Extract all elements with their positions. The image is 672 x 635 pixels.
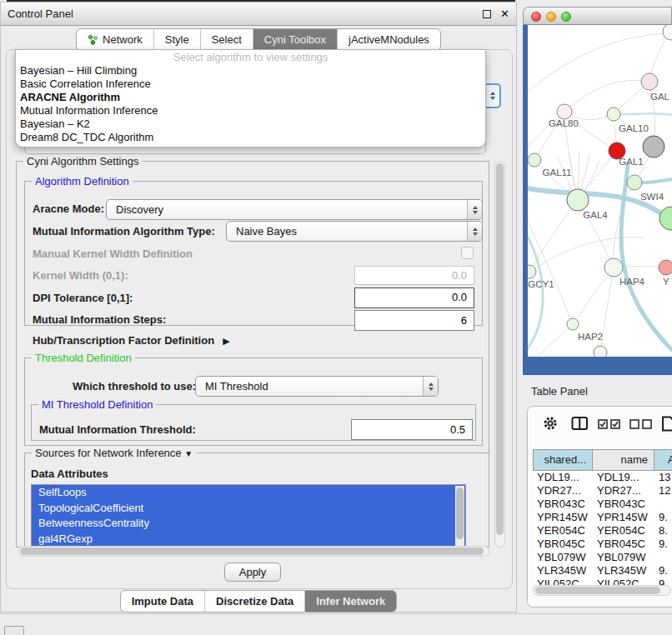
- cell: YLR345W: [593, 564, 654, 578]
- table-row[interactable]: YLR345WYLR345W9.: [533, 564, 672, 578]
- gear-icon[interactable]: [543, 416, 558, 431]
- node-gal80[interactable]: [557, 104, 572, 119]
- table-row[interactable]: YBR043CYBR043C: [533, 498, 672, 511]
- node-swi4[interactable]: [627, 175, 642, 190]
- cell: [654, 498, 672, 511]
- tab-network[interactable]: Network: [77, 29, 153, 50]
- cell: 13: [654, 471, 672, 484]
- tab-style[interactable]: Style: [153, 29, 200, 50]
- cell: 8.: [654, 524, 672, 538]
- sources-legend[interactable]: Sources for Network Inference ▼: [32, 447, 196, 460]
- node-bottom-partial[interactable]: [594, 346, 607, 357]
- tab-cyni-toolbox[interactable]: Cyni Toolbox: [253, 29, 337, 50]
- show-columns-icon[interactable]: [598, 419, 621, 429]
- table-row[interactable]: YPR145WYPR145W9.: [533, 511, 672, 524]
- column-header-name[interactable]: name: [593, 449, 654, 471]
- close-window-icon[interactable]: [531, 12, 541, 22]
- apply-button[interactable]: Apply: [224, 562, 281, 582]
- column-header-a[interactable]: A: [654, 449, 672, 471]
- node-label-hap4: HAP4: [619, 277, 645, 287]
- algorithm-option-dream8-dc-tdc-algorithm[interactable]: Dream8 DC_TDC Algorithm: [16, 131, 485, 144]
- hub-definition-expander[interactable]: Hub/Transcription Factor Definition▶: [33, 334, 230, 347]
- cell: 9.: [654, 564, 672, 578]
- node-label-gal80: GAL80: [549, 118, 579, 128]
- node-label-gal11: GAL11: [543, 168, 572, 178]
- table-row[interactable]: YBL079WYBL079W: [533, 551, 672, 564]
- table-row[interactable]: YDR27...YDR27...12: [533, 484, 672, 498]
- scrollbar-thumb[interactable]: [20, 548, 484, 555]
- cell: YBR045C: [533, 538, 593, 551]
- node-label-swi4: SWI4: [640, 192, 664, 202]
- list-vertical-scrollbar[interactable]: [455, 486, 464, 546]
- algorithm-option-bayesian-k2[interactable]: Bayesian – K2: [16, 118, 485, 131]
- node-gal4[interactable]: [567, 189, 589, 211]
- network-graph[interactable]: GALGAL80GAL10GAL1GAL11SWI4GAL4HAP4YGCY1H…: [528, 25, 672, 357]
- mi-algorithm-type-combo[interactable]: Naive Bayes: [226, 221, 483, 242]
- network-window-titlebar[interactable]: [523, 7, 672, 25]
- attribute-item-gal4rgexp[interactable]: gal4RGexp: [32, 532, 465, 548]
- hide-columns-icon[interactable]: [629, 419, 653, 429]
- float-panel-icon[interactable]: [483, 10, 491, 18]
- table-row[interactable]: YBR045CYBR045C9.: [533, 538, 672, 551]
- node-gal7[interactable]: [641, 73, 658, 90]
- data-attributes-list[interactable]: SelfLoopsTopologicalCoefficientBetweenne…: [31, 484, 466, 548]
- table-row[interactable]: YER054CYER054C8.: [533, 524, 672, 538]
- algorithm-option-aracne-algorithm[interactable]: ARACNE Algorithm: [16, 91, 485, 104]
- algorithm-option-mutual-information-inference[interactable]: Mutual Information Inference: [16, 104, 485, 118]
- scrollbar-thumb[interactable]: [535, 587, 660, 594]
- node-gal11[interactable]: [528, 153, 541, 167]
- mi-threshold-field[interactable]: 0.5: [351, 419, 473, 440]
- tab-jactivemnodules[interactable]: jActiveMNodules: [337, 29, 440, 50]
- cell: YIL052C: [533, 578, 593, 585]
- node-hap4[interactable]: [604, 258, 623, 277]
- scrollbar-thumb[interactable]: [456, 488, 464, 539]
- minimize-window-icon[interactable]: [546, 12, 556, 22]
- kernel-width-field[interactable]: 0.0: [354, 266, 474, 285]
- network-canvas[interactable]: GALGAL80GAL10GAL1GAL11SWI4GAL4HAP4YGCY1H…: [528, 25, 672, 357]
- table-row[interactable]: YIL052CYIL052C9: [533, 578, 672, 585]
- node-gcy1[interactable]: [528, 265, 536, 278]
- zoom-window-icon[interactable]: [561, 12, 571, 22]
- tab-infer-network[interactable]: Infer Network: [304, 591, 396, 612]
- node-gray[interactable]: [643, 136, 664, 158]
- cell: YDR27...: [593, 484, 654, 498]
- tab-impute-data[interactable]: Impute Data: [121, 591, 204, 612]
- algorithm-option-basic-correlation-inference[interactable]: Basic Correlation Inference: [16, 78, 485, 91]
- panel-title: Control Panel: [8, 2, 73, 25]
- control-panel-window: Control Panel ✕ NetworkStyleSelectCyni T…: [0, 2, 517, 612]
- attribute-item-topologicalcoefficient[interactable]: TopologicalCoefficient: [32, 501, 465, 517]
- tab-discretize-data[interactable]: Discretize Data: [204, 591, 304, 612]
- scrollbar-thumb[interactable]: [496, 163, 504, 535]
- algorithm-option-bayesian-hill-climbing[interactable]: Bayesian – Hill Climbing: [16, 64, 485, 78]
- node-hap2[interactable]: [567, 318, 579, 330]
- dpi-tolerance-field[interactable]: 0.0: [354, 288, 474, 308]
- table-row[interactable]: YDL19...YDL19...13: [533, 471, 672, 484]
- node-top-partial[interactable]: [663, 25, 672, 40]
- node-big-green[interactable]: [659, 207, 672, 230]
- top-tab-group: NetworkStyleSelectCyni ToolboxjActiveMNo…: [76, 28, 441, 51]
- tab-label: Infer Network: [316, 591, 385, 612]
- settings-vertical-scrollbar[interactable]: [494, 161, 505, 548]
- node-gal10[interactable]: [607, 108, 620, 121]
- collapsed-panel-button[interactable]: [4, 626, 24, 635]
- node-label-gal1: GAL1: [619, 157, 643, 167]
- node-salmon[interactable]: [659, 260, 672, 275]
- tab-select[interactable]: Select: [200, 29, 253, 50]
- attribute-item-betweennesscentrality[interactable]: BetweennessCentrality: [32, 516, 465, 532]
- manual-kernel-checkbox[interactable]: [461, 247, 474, 259]
- close-panel-icon[interactable]: ✕: [500, 2, 509, 25]
- network-edge: [573, 268, 614, 324]
- aracne-mode-value: Discovery: [116, 200, 163, 219]
- horizontal-scrollbar[interactable]: [18, 546, 489, 557]
- column-header-shared[interactable]: shared...: [533, 449, 593, 471]
- export-table-icon[interactable]: [661, 416, 672, 432]
- aracne-mode-combo[interactable]: Discovery: [106, 199, 483, 220]
- mi-steps-field[interactable]: 6: [354, 310, 474, 331]
- split-columns-icon[interactable]: [571, 416, 589, 431]
- table-body: YDL19...YDL19...13YDR27...YDR27...12YBR0…: [533, 471, 672, 585]
- attribute-item-selfloops[interactable]: SelfLoops: [32, 485, 465, 501]
- table-horizontal-scrollbar[interactable]: [533, 585, 671, 596]
- which-threshold-combo[interactable]: MI Threshold: [195, 376, 439, 397]
- cell: YLR345W: [533, 564, 593, 578]
- data-attributes-label: Data Attributes: [31, 468, 108, 481]
